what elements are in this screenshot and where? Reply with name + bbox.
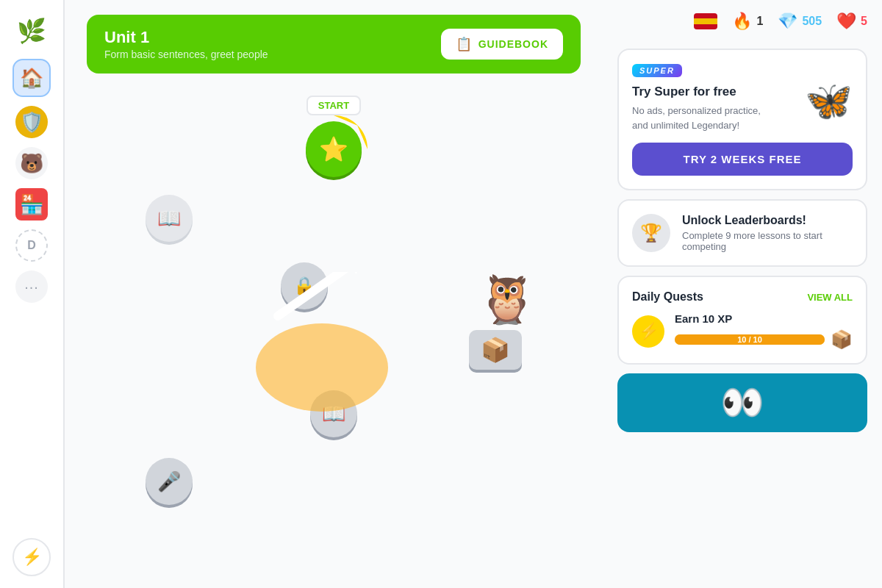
super-card: SUPER Try Super for free No ads, persona…: [617, 49, 867, 190]
guidebook-label: GUIDEBOOK: [478, 38, 548, 50]
path-row-book2: 📖: [87, 387, 581, 440]
star-icon: ⭐: [319, 135, 348, 163]
main-content: Unit 1 Form basic sentences, greet peopl…: [65, 0, 603, 588]
quest-icon: ⚡: [632, 315, 664, 348]
path-node-mic: 🎤: [146, 458, 193, 505]
sidebar-item-activity[interactable]: ⚡: [12, 538, 51, 576]
guidebook-button[interactable]: 📋 GUIDEBOOK: [441, 29, 563, 60]
start-wrapper: START ⭐: [306, 96, 362, 177]
unit-header: Unit 1 Form basic sentences, greet peopl…: [87, 15, 581, 74]
gem-icon: 💎: [778, 12, 797, 31]
view-all-button[interactable]: VIEW ALL: [807, 292, 853, 303]
duo-mascot: 🦉: [478, 272, 537, 327]
leaderboard-text: Unlock Leaderboards! Complete 9 more les…: [682, 214, 853, 252]
path-row-book: 📖: [87, 192, 581, 245]
path-area: START ⭐ 📖 🔒 🦉 📦: [87, 96, 581, 573]
unit-subtitle: Form basic sentences, greet people: [104, 49, 268, 60]
path-row-treasure: 📦: [87, 327, 581, 373]
path-row-start: START ⭐: [87, 96, 581, 177]
quest-chest-icon: 📦: [831, 329, 853, 350]
daily-quests-header: Daily Quests VIEW ALL: [632, 290, 853, 304]
mic-icon: 🎤: [157, 470, 181, 493]
hearts-count: 5: [861, 15, 867, 28]
sidebar-item-badge[interactable]: 🛡️: [15, 106, 48, 138]
start-button[interactable]: ⭐: [306, 121, 362, 177]
shield-icon: 🛡️: [15, 106, 48, 138]
home-icon: 🏠: [20, 67, 43, 90]
trophy-icon: 🏆: [640, 223, 662, 243]
spanish-flag[interactable]: [694, 13, 717, 29]
treasure-icon: 📦: [481, 336, 510, 364]
owl-eyes-icon: 👀: [720, 382, 764, 423]
lightning-icon: ⚡: [639, 322, 659, 341]
quest-name: Earn 10 XP: [675, 312, 853, 325]
leaderboard-title: Unlock Leaderboards!: [682, 214, 853, 227]
heart-icon: ❤️: [836, 12, 856, 31]
sidebar-item-more[interactable]: ···: [15, 270, 48, 303]
super-description: No ads, personalized practice, and unlim…: [632, 104, 772, 132]
quest-progress-text: 10 / 10: [737, 335, 762, 344]
super-mascot: 🦋: [805, 79, 853, 123]
more-icon: ···: [24, 279, 39, 295]
sidebar-item-profile[interactable]: D: [15, 229, 48, 262]
lock-icon: 🔒: [293, 276, 315, 296]
gems-count: 505: [802, 15, 822, 28]
path-row-mic: 🎤: [87, 455, 581, 508]
path-node-book2: 📖: [310, 390, 357, 437]
path-node-book[interactable]: 📖: [146, 195, 193, 242]
path-node-lock: 🔒: [281, 262, 328, 309]
path-row-lock: 🔒 🦉: [87, 259, 581, 312]
leaderboard-icon: 🏆: [632, 214, 670, 252]
bear-icon: 🐻: [20, 152, 43, 175]
quest-item: ⚡ Earn 10 XP 10 / 10 📦: [632, 312, 853, 350]
sidebar: 🌿 🏠 🛡️ 🐻 🏪 D ··· ⚡: [0, 0, 65, 588]
right-panel: 🔥 1 💎 505 ❤️ 5 SUPER Try Super for free …: [603, 0, 882, 588]
sidebar-item-characters[interactable]: 🐻: [15, 147, 48, 179]
quest-progress-bar: 10 / 10: [675, 334, 825, 345]
daily-quests-card: Daily Quests VIEW ALL ⚡ Earn 10 XP 10 / …: [617, 276, 867, 365]
unit-title: Unit 1: [104, 28, 268, 47]
super-card-inner: Try Super for free No ads, personalized …: [632, 85, 853, 132]
gems-stat: 💎 505: [778, 12, 822, 31]
activity-icon: ⚡: [22, 548, 42, 567]
daily-quests-title: Daily Quests: [632, 290, 703, 304]
profile-letter: D: [27, 239, 36, 252]
super-title: Try Super for free: [632, 85, 772, 99]
book2-icon: 📖: [322, 403, 345, 426]
leaderboard-card: 🏆 Unlock Leaderboards! Complete 9 more l…: [617, 199, 867, 267]
teal-card: 👀: [617, 373, 867, 432]
try-free-button[interactable]: TRY 2 WEEKS FREE: [632, 143, 853, 176]
streak-count: 1: [756, 15, 763, 28]
leaderboard-description: Complete 9 more lessons to start competi…: [682, 230, 853, 252]
hearts-stat: ❤️ 5: [836, 12, 867, 31]
sidebar-item-shop[interactable]: 🏪: [15, 188, 48, 220]
guidebook-icon: 📋: [456, 36, 473, 52]
sidebar-item-home[interactable]: 🏠: [12, 59, 51, 97]
path-node-treasure: 📦: [469, 330, 522, 370]
book-icon: 📖: [157, 207, 181, 230]
streak-stat: 🔥 1: [732, 12, 763, 31]
start-label: START: [306, 96, 361, 115]
fire-icon: 🔥: [732, 12, 752, 31]
super-badge: SUPER: [632, 64, 682, 77]
shop-icon: 🏪: [15, 188, 48, 220]
quest-info: Earn 10 XP 10 / 10 📦: [675, 312, 853, 350]
unit-header-text: Unit 1 Form basic sentences, greet peopl…: [104, 28, 268, 60]
stats-bar: 🔥 1 💎 505 ❤️ 5: [617, 12, 867, 40]
sidebar-logo: 🌿: [12, 12, 51, 50]
super-text: Try Super for free No ads, personalized …: [632, 85, 772, 132]
